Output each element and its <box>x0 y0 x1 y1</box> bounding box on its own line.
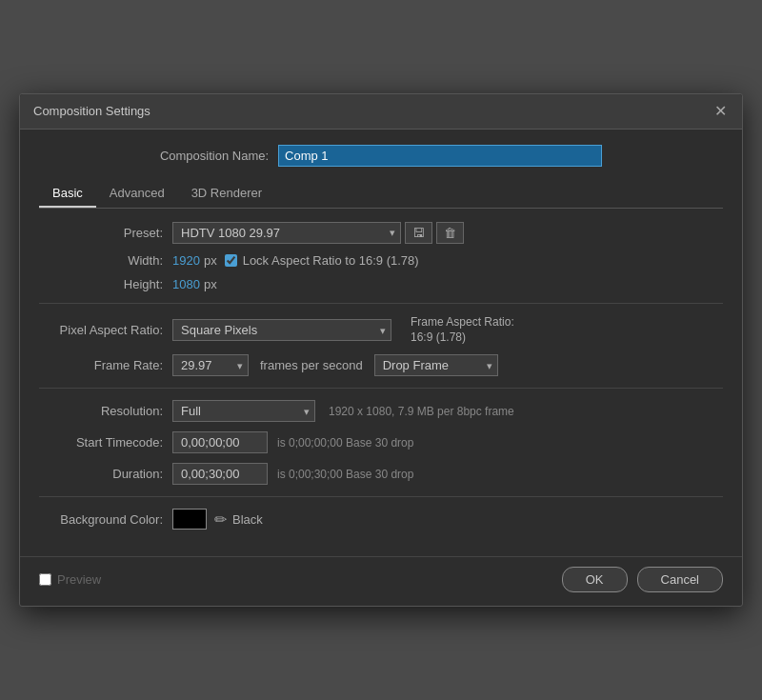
start-timecode-input[interactable] <box>172 431 268 453</box>
tab-advanced[interactable]: Advanced <box>96 180 178 208</box>
preview-row: Preview <box>39 572 101 587</box>
preview-label: Preview <box>57 572 101 587</box>
bg-color-name: Black <box>232 512 263 527</box>
height-row: Height: 1080 px <box>39 277 723 291</box>
resolution-info: 1920 x 1080, 7.9 MB per 8bpc frame <box>329 405 514 418</box>
eyedropper-button[interactable]: ✏ <box>214 510 227 529</box>
comp-name-label: Composition Name: <box>160 149 269 163</box>
width-label: Width: <box>39 253 163 268</box>
height-label: Height: <box>39 277 163 291</box>
par-select-wrapper: Square Pixels D1/DV NTSC D1/DV PAL <box>172 319 391 341</box>
preset-select-wrapper: HDTV 1080 29.97 HDTV 720 29.97 Custom <box>172 222 401 244</box>
height-unit: px <box>204 277 217 291</box>
lock-aspect-label: Lock Aspect Ratio to 16:9 (1.78) <box>243 253 419 268</box>
lock-aspect-row: Lock Aspect Ratio to 16:9 (1.78) <box>225 253 419 268</box>
start-timecode-hint: is 0;00;00;00 Base 30 drop <box>277 436 413 450</box>
preset-row: Preset: HDTV 1080 29.97 HDTV 720 29.97 C… <box>39 222 723 244</box>
resolution-row: Resolution: Full Half Third Quarter Cust… <box>39 400 723 422</box>
titlebar: Composition Settings ✕ <box>20 94 742 130</box>
duration-hint: is 0;00;30;00 Base 30 drop <box>277 468 413 481</box>
preview-checkbox[interactable] <box>39 573 51 586</box>
resolution-label: Resolution: <box>39 404 163 418</box>
resolution-select[interactable]: Full Half Third Quarter Custom <box>172 400 315 422</box>
tab-3d-renderer[interactable]: 3D Renderer <box>178 180 275 208</box>
width-unit: px <box>204 253 217 268</box>
dialog-body: Composition Name: Basic Advanced 3D Rend… <box>20 130 742 552</box>
preset-label: Preset: <box>39 226 163 240</box>
width-value[interactable]: 1920 <box>172 253 200 268</box>
comp-name-input[interactable] <box>278 145 602 167</box>
dialog-footer: Preview OK Cancel <box>20 556 742 606</box>
fr-select-wrapper: 23.976 24 25 29.97 30 60 <box>172 354 249 376</box>
height-value[interactable]: 1080 <box>172 277 200 291</box>
duration-row: Duration: is 0;00;30;00 Base 30 drop <box>39 463 723 485</box>
drop-frame-select[interactable]: Drop Frame Non-Drop Frame <box>374 354 498 376</box>
background-color-row: Background Color: ✏ Black <box>39 509 723 530</box>
footer-buttons: OK Cancel <box>562 567 723 592</box>
lock-aspect-checkbox[interactable] <box>225 254 237 267</box>
fps-label: frames per second <box>260 358 363 372</box>
duration-label: Duration: <box>39 467 163 481</box>
preset-delete-button[interactable]: 🗑 <box>436 222 464 244</box>
basic-tab-content: Preset: HDTV 1080 29.97 HDTV 720 29.97 C… <box>39 222 723 530</box>
frame-rate-select[interactable]: 23.976 24 25 29.97 30 60 <box>172 354 249 376</box>
dialog-title: Composition Settings <box>33 104 150 118</box>
close-button[interactable]: ✕ <box>712 104 729 119</box>
cancel-button[interactable]: Cancel <box>637 567 723 592</box>
far-label: Frame Aspect Ratio: 16:9 (1.78) <box>411 315 514 345</box>
frame-rate-label: Frame Rate: <box>39 358 163 372</box>
par-select[interactable]: Square Pixels D1/DV NTSC D1/DV PAL <box>172 319 391 341</box>
comp-name-row: Composition Name: <box>39 145 723 167</box>
duration-input[interactable] <box>172 463 268 485</box>
tabs: Basic Advanced 3D Renderer <box>39 180 723 209</box>
frame-rate-row: Frame Rate: 23.976 24 25 29.97 30 60 fra… <box>39 354 723 376</box>
start-timecode-label: Start Timecode: <box>39 435 163 450</box>
par-label: Pixel Aspect Ratio: <box>39 323 163 337</box>
drop-frame-wrapper: Drop Frame Non-Drop Frame <box>374 354 498 376</box>
resolution-select-wrapper: Full Half Third Quarter Custom <box>172 400 315 422</box>
preset-select[interactable]: HDTV 1080 29.97 HDTV 720 29.97 Custom <box>172 222 401 244</box>
bg-color-label: Background Color: <box>39 512 163 527</box>
preset-save-button[interactable]: 🖫 <box>405 222 432 244</box>
tab-basic[interactable]: Basic <box>39 180 96 208</box>
start-timecode-row: Start Timecode: is 0;00;00;00 Base 30 dr… <box>39 431 723 453</box>
width-row: Width: 1920 px Lock Aspect Ratio to 16:9… <box>39 253 723 268</box>
composition-settings-dialog: Composition Settings ✕ Composition Name:… <box>19 93 743 607</box>
bg-color-swatch[interactable] <box>172 509 207 530</box>
par-row: Pixel Aspect Ratio: Square Pixels D1/DV … <box>39 315 723 345</box>
ok-button[interactable]: OK <box>562 567 628 592</box>
